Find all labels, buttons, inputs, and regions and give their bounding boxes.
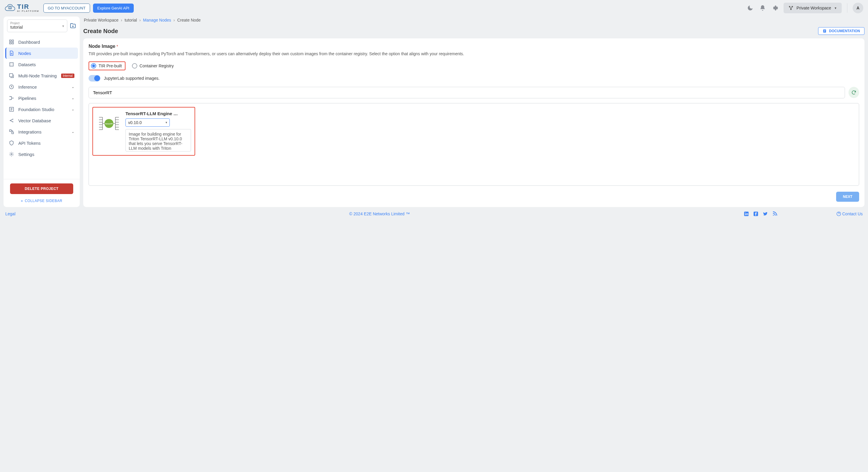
crumb-manage-nodes[interactable]: Manage Nodes	[143, 18, 171, 23]
dark-mode-icon[interactable]	[747, 5, 753, 11]
myaccount-button[interactable]: GO TO MYACCOUNT	[43, 4, 90, 13]
vector-db-icon	[9, 118, 14, 123]
svg-point-31	[745, 212, 745, 213]
logo-subtitle: AI PLATFORM	[17, 10, 39, 12]
pipelines-icon	[9, 95, 14, 101]
chevron-down-icon: ⌄	[71, 85, 74, 89]
gear-icon[interactable]	[772, 5, 778, 11]
bell-icon[interactable]	[760, 5, 766, 11]
svg-point-17	[9, 99, 10, 100]
page-title: Create Node	[83, 28, 118, 35]
sidebar-item-label: API Tokens	[18, 141, 41, 146]
crumb-project[interactable]: tutorial	[125, 18, 137, 23]
facebook-icon[interactable]	[753, 211, 758, 216]
image-card-tensorrt[interactable]: TensorRT TensorRT-LLM Engine … v0.10.0 ▼…	[92, 107, 195, 156]
required-asterisk: *	[117, 44, 118, 49]
radio-container-registry[interactable]: Container Registry	[130, 62, 177, 70]
jupyterlab-toggle[interactable]	[89, 75, 100, 82]
documentation-button[interactable]: DOCUMENTATION	[818, 27, 864, 35]
sidebar-item-datasets[interactable]: Datasets	[5, 59, 78, 70]
radio-icon	[91, 63, 96, 68]
project-select[interactable]: Project tutorial ▼	[7, 20, 67, 32]
svg-point-18	[13, 98, 13, 99]
svg-point-12	[11, 65, 11, 65]
foundation-icon	[9, 107, 14, 112]
svg-rect-8	[12, 42, 13, 44]
radio-icon	[132, 63, 137, 68]
images-list: TensorRT TensorRT-LLM Engine … v0.10.0 ▼…	[89, 103, 859, 186]
avatar[interactable]: A	[852, 3, 863, 13]
documentation-label: DOCUMENTATION	[829, 29, 860, 33]
svg-point-4	[790, 8, 792, 10]
inference-icon	[9, 84, 14, 89]
help-icon	[836, 211, 841, 216]
rss-icon[interactable]	[772, 211, 777, 216]
logo[interactable]: TIR AI PLATFORM	[5, 3, 39, 13]
explore-genai-button[interactable]: Explore GenAI API	[93, 4, 134, 13]
sidebar-item-dashboard[interactable]: Dashboard	[5, 36, 78, 48]
breadcrumb: Private Workspace tutorial Manage Nodes …	[83, 17, 864, 24]
sidebar-item-inference[interactable]: Inference ⌄	[5, 81, 78, 92]
sidebar-item-nodes[interactable]: Nodes	[5, 48, 78, 59]
svg-point-16	[9, 96, 10, 97]
svg-point-25	[11, 154, 12, 155]
linkedin-icon[interactable]	[744, 211, 749, 216]
collapse-label: COLLAPSE SIDEBAR	[25, 199, 62, 203]
svg-rect-9	[10, 63, 13, 66]
sidebar-item-label: Foundation Studio	[18, 107, 54, 112]
sidebar-item-api-tokens[interactable]: API Tokens	[5, 137, 78, 149]
crumb-create-node: Create Node	[177, 18, 200, 23]
svg-point-20	[10, 120, 11, 121]
radio-tir-prebuilt[interactable]: TIR Pre-built	[89, 61, 125, 70]
svg-rect-30	[745, 213, 745, 215]
social-links	[744, 211, 777, 216]
api-tokens-icon	[9, 140, 14, 146]
image-card-description: Image for building engine for Triton Ten…	[125, 129, 191, 151]
contact-label: Contact Us	[842, 211, 863, 216]
toggle-label: JupyterLab supported images.	[104, 76, 159, 81]
integrations-icon	[9, 129, 14, 135]
project-select-value: tutorial	[10, 25, 64, 30]
refresh-icon	[851, 90, 857, 95]
collapse-sidebar-button[interactable]: « COLLAPSE SIDEBAR	[21, 199, 63, 203]
refresh-button[interactable]	[848, 87, 859, 98]
image-search-input[interactable]	[89, 87, 845, 98]
next-button[interactable]: NEXT	[836, 192, 859, 202]
new-project-icon[interactable]	[70, 23, 76, 29]
version-select[interactable]: v0.10.0 ▼	[125, 118, 170, 127]
twitter-icon[interactable]	[763, 211, 768, 216]
svg-point-13	[12, 65, 13, 65]
image-card-title: TensorRT-LLM Engine …	[125, 111, 191, 116]
nodes-icon	[9, 51, 14, 56]
workspace-selector[interactable]: Private Workspace ▼	[783, 3, 842, 13]
sidebar-item-foundation-studio[interactable]: Foundation Studio ⌄	[5, 104, 78, 115]
svg-point-33	[773, 215, 774, 216]
svg-rect-7	[9, 42, 11, 44]
svg-rect-6	[12, 40, 13, 41]
sidebar-item-pipelines[interactable]: Pipelines ⌄	[5, 92, 78, 104]
radio-label: TIR Pre-built	[99, 63, 122, 68]
logo-icon	[5, 3, 16, 13]
contact-us-link[interactable]: Contact Us	[836, 211, 863, 216]
tensorrt-thumb: TensorRT	[97, 111, 121, 136]
sidebar-item-vector-database[interactable]: Vector Database	[5, 115, 78, 126]
sidebar-item-settings[interactable]: Settings	[5, 149, 78, 160]
project-select-label: Project	[10, 22, 64, 25]
caret-down-icon: ▼	[834, 6, 837, 10]
workspace-icon	[788, 5, 794, 11]
sidebar-item-label: Settings	[18, 152, 34, 157]
multi-node-icon	[9, 73, 14, 78]
sidebar-item-integrations[interactable]: Integrations ⌄	[5, 126, 78, 137]
divider	[847, 3, 847, 13]
footer: Legal © 2024 E2E Networks Limited ™ Cont…	[0, 209, 868, 219]
delete-project-button[interactable]: DELETE PROJECT	[10, 183, 73, 194]
datasets-icon	[9, 62, 14, 67]
settings-icon	[9, 151, 14, 157]
crumb-workspace[interactable]: Private Workspace	[84, 18, 118, 23]
legal-link[interactable]: Legal	[5, 211, 16, 216]
internal-badge: Internal	[61, 73, 74, 78]
svg-point-21	[12, 119, 13, 120]
svg-rect-14	[9, 73, 13, 77]
sidebar-item-label: Integrations	[18, 129, 41, 135]
sidebar-item-multi-node[interactable]: Multi-Node Training Internal	[5, 70, 78, 81]
